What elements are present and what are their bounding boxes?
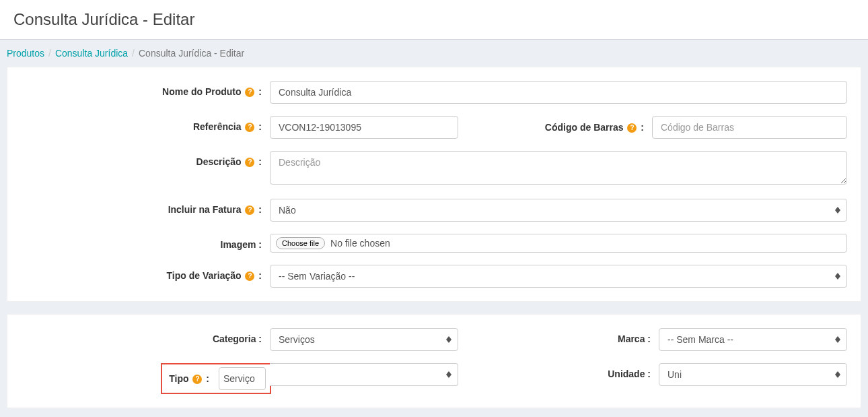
row-variacao: Tipo de Variação ? : -- Sem Variação -- xyxy=(21,265,847,288)
panel-main-form: Nome do Produto ? : Referência ? : Códig… xyxy=(7,67,861,302)
breadcrumb-produtos[interactable]: Produtos xyxy=(7,48,44,59)
breadcrumb-sep: / xyxy=(48,48,51,59)
marca-select[interactable]: -- Sem Marca -- xyxy=(659,328,847,351)
label-categoria: Categoria : xyxy=(21,328,270,351)
help-icon[interactable]: ? xyxy=(627,123,637,133)
label-descricao: Descrição ? : xyxy=(21,151,270,167)
label-tipo: Tipo ? : xyxy=(166,369,215,388)
colon: : xyxy=(258,121,262,132)
label-fatura: Incluir na Fatura ? : xyxy=(21,199,270,215)
label-nome-text: Nome do Produto xyxy=(162,86,241,97)
nome-input[interactable] xyxy=(270,81,847,104)
colon: : xyxy=(258,204,262,215)
page-title: Consulta Jurídica - Editar xyxy=(13,10,855,29)
row-categoria-marca: Categoria : Serviços Marca : -- Sem Marc… xyxy=(21,328,847,351)
label-referencia-text: Referência xyxy=(193,121,242,132)
descricao-textarea[interactable] xyxy=(270,151,847,185)
colon: : xyxy=(641,122,644,133)
breadcrumb-consulta[interactable]: Consulta Jurídica xyxy=(55,48,128,59)
help-icon[interactable]: ? xyxy=(245,158,254,167)
label-referencia: Referência ? : xyxy=(21,116,270,132)
help-icon[interactable]: ? xyxy=(245,205,254,215)
label-descricao-text: Descrição xyxy=(196,156,242,167)
label-barras: Código de Barras ? : xyxy=(545,122,652,133)
help-icon[interactable]: ? xyxy=(192,375,202,384)
colon: : xyxy=(258,86,262,97)
help-icon[interactable]: ? xyxy=(245,271,254,281)
label-imagem: Imagem : xyxy=(21,234,270,250)
colon: : xyxy=(258,270,262,281)
breadcrumb: Produtos / Consulta Jurídica / Consulta … xyxy=(7,48,861,59)
label-tipo-text: Tipo xyxy=(169,373,188,384)
label-variacao-text: Tipo de Variação xyxy=(167,270,242,281)
row-referencia-barras: Referência ? : Código de Barras ? : xyxy=(21,116,847,139)
breadcrumb-sep: / xyxy=(132,48,135,59)
fatura-select[interactable]: Não xyxy=(270,199,847,222)
page-header: Consulta Jurídica - Editar xyxy=(0,0,868,40)
row-tipo-unidade: Tipo ? : Serviço . Unidade : xyxy=(21,363,847,394)
colon: : xyxy=(206,373,209,384)
file-chosen-text: No file chosen xyxy=(330,238,390,249)
tipo-highlight: Tipo ? : Serviço xyxy=(161,363,271,394)
row-fatura: Incluir na Fatura ? : Não xyxy=(21,199,847,222)
tipo-select-extension[interactable]: . xyxy=(270,363,458,386)
label-unidade: Unidade : xyxy=(578,363,659,394)
row-imagem: Imagem : Choose file No file chosen xyxy=(21,234,847,253)
variacao-select[interactable]: -- Sem Variação -- xyxy=(270,265,847,288)
tipo-select-inside[interactable]: Serviço xyxy=(219,367,266,390)
label-nome: Nome do Produto ? : xyxy=(21,81,270,97)
choose-file-button[interactable]: Choose file xyxy=(276,237,325,249)
referencia-input[interactable] xyxy=(270,116,458,139)
panel-categorization: Categoria : Serviços Marca : -- Sem Marc… xyxy=(7,314,861,408)
barras-input[interactable] xyxy=(652,116,847,139)
unidade-select[interactable]: Uni xyxy=(659,363,847,386)
breadcrumb-area: Produtos / Consulta Jurídica / Consulta … xyxy=(0,40,868,67)
help-icon[interactable]: ? xyxy=(245,88,254,97)
label-marca: Marca : xyxy=(578,328,659,351)
label-barras-text: Código de Barras xyxy=(545,122,624,133)
row-descricao: Descrição ? : xyxy=(21,151,847,187)
breadcrumb-current: Consulta Jurídica - Editar xyxy=(139,48,244,59)
label-fatura-text: Incluir na Fatura xyxy=(168,204,242,215)
file-input[interactable]: Choose file No file chosen xyxy=(270,234,847,253)
label-variacao: Tipo de Variação ? : xyxy=(21,265,270,281)
row-nome: Nome do Produto ? : xyxy=(21,81,847,104)
help-icon[interactable]: ? xyxy=(245,123,254,132)
categoria-select[interactable]: Serviços xyxy=(270,328,458,351)
colon: : xyxy=(258,156,262,167)
